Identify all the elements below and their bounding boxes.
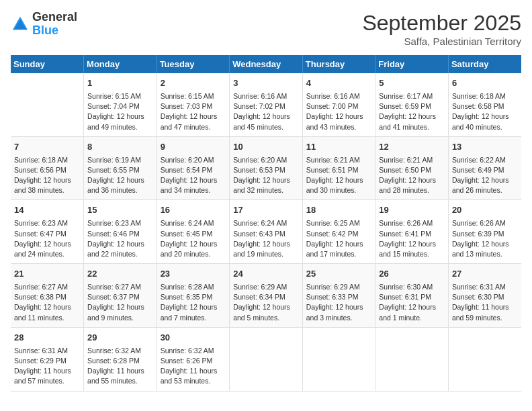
day-info: Sunrise: 6:15 AMSunset: 7:03 PMDaylight:… xyxy=(161,91,226,132)
day-number: 7 xyxy=(14,141,80,154)
day-info: Sunrise: 6:27 AMSunset: 6:38 PMDaylight:… xyxy=(14,282,80,323)
calendar-cell: 7Sunrise: 6:18 AMSunset: 6:56 PMDaylight… xyxy=(11,136,84,200)
day-info: Sunrise: 6:29 AMSunset: 6:33 PMDaylight:… xyxy=(306,282,372,323)
calendar-cell: 12Sunrise: 6:21 AMSunset: 6:50 PMDayligh… xyxy=(375,136,449,200)
day-info: Sunrise: 6:21 AMSunset: 6:50 PMDaylight:… xyxy=(379,155,445,196)
location: Saffa, Palestinian Territory xyxy=(362,36,521,47)
calendar-body: 1Sunrise: 6:15 AMSunset: 7:04 PMDaylight… xyxy=(11,73,521,391)
title-block: September 2025 Saffa, Palestinian Territ… xyxy=(362,11,521,47)
logo: General Blue xyxy=(11,11,77,38)
day-info: Sunrise: 6:30 AMSunset: 6:31 PMDaylight:… xyxy=(379,282,445,323)
day-info: Sunrise: 6:24 AMSunset: 6:43 PMDaylight:… xyxy=(233,218,299,259)
day-info: Sunrise: 6:20 AMSunset: 6:53 PMDaylight:… xyxy=(233,155,299,196)
day-info: Sunrise: 6:18 AMSunset: 6:56 PMDaylight:… xyxy=(14,155,80,196)
day-number: 6 xyxy=(452,77,518,90)
calendar-cell: 16Sunrise: 6:24 AMSunset: 6:45 PMDayligh… xyxy=(157,200,230,264)
day-number: 22 xyxy=(87,268,153,281)
calendar-cell: 9Sunrise: 6:20 AMSunset: 6:54 PMDaylight… xyxy=(157,136,230,200)
day-header-thursday: Thursday xyxy=(302,55,375,73)
day-header-friday: Friday xyxy=(375,55,449,73)
day-number: 19 xyxy=(379,204,445,217)
day-header-sunday: Sunday xyxy=(11,55,84,73)
day-number: 10 xyxy=(233,141,299,154)
calendar-week-2: 7Sunrise: 6:18 AMSunset: 6:56 PMDaylight… xyxy=(11,136,521,200)
calendar-cell: 20Sunrise: 6:26 AMSunset: 6:39 PMDayligh… xyxy=(448,200,521,264)
day-number: 17 xyxy=(233,204,299,217)
day-info: Sunrise: 6:19 AMSunset: 6:55 PMDaylight:… xyxy=(87,155,153,196)
calendar-cell: 1Sunrise: 6:15 AMSunset: 7:04 PMDaylight… xyxy=(84,73,157,136)
day-number: 8 xyxy=(87,141,153,154)
day-number: 16 xyxy=(161,204,226,217)
calendar-cell: 17Sunrise: 6:24 AMSunset: 6:43 PMDayligh… xyxy=(230,200,303,264)
day-info: Sunrise: 6:32 AMSunset: 6:26 PMDaylight:… xyxy=(161,346,226,387)
day-number: 13 xyxy=(452,141,518,154)
day-info: Sunrise: 6:31 AMSunset: 6:29 PMDaylight:… xyxy=(14,346,80,387)
calendar-cell: 28Sunrise: 6:31 AMSunset: 6:29 PMDayligh… xyxy=(11,327,84,391)
calendar-cell: 11Sunrise: 6:21 AMSunset: 6:51 PMDayligh… xyxy=(302,136,375,200)
calendar-cell: 22Sunrise: 6:27 AMSunset: 6:37 PMDayligh… xyxy=(84,264,157,328)
calendar-cell xyxy=(230,327,303,391)
day-number: 5 xyxy=(379,77,445,90)
day-info: Sunrise: 6:21 AMSunset: 6:51 PMDaylight:… xyxy=(306,155,372,196)
day-number: 24 xyxy=(233,268,299,281)
calendar-cell: 6Sunrise: 6:18 AMSunset: 6:58 PMDaylight… xyxy=(448,73,521,136)
day-info: Sunrise: 6:26 AMSunset: 6:41 PMDaylight:… xyxy=(379,218,445,259)
day-info: Sunrise: 6:17 AMSunset: 6:59 PMDaylight:… xyxy=(379,91,445,132)
calendar-cell: 30Sunrise: 6:32 AMSunset: 6:26 PMDayligh… xyxy=(157,327,230,391)
day-header-saturday: Saturday xyxy=(448,55,521,73)
calendar-cell: 19Sunrise: 6:26 AMSunset: 6:41 PMDayligh… xyxy=(375,200,449,264)
day-number: 27 xyxy=(452,268,518,281)
day-header-monday: Monday xyxy=(84,55,157,73)
day-number: 2 xyxy=(161,77,226,90)
day-number: 15 xyxy=(87,204,153,217)
day-number: 30 xyxy=(161,332,226,345)
calendar-week-4: 21Sunrise: 6:27 AMSunset: 6:38 PMDayligh… xyxy=(11,264,521,328)
logo-blue-text: Blue xyxy=(32,24,77,38)
logo-icon xyxy=(11,15,30,34)
day-info: Sunrise: 6:24 AMSunset: 6:45 PMDaylight:… xyxy=(161,218,226,259)
calendar-cell xyxy=(375,327,449,391)
day-number: 18 xyxy=(306,204,372,217)
logo-general-text: General xyxy=(32,11,77,24)
calendar-cell: 10Sunrise: 6:20 AMSunset: 6:53 PMDayligh… xyxy=(230,136,303,200)
day-info: Sunrise: 6:16 AMSunset: 7:00 PMDaylight:… xyxy=(306,91,372,132)
day-number: 14 xyxy=(14,204,80,217)
calendar-cell: 24Sunrise: 6:29 AMSunset: 6:34 PMDayligh… xyxy=(230,264,303,328)
day-number: 4 xyxy=(306,77,372,90)
calendar-cell: 23Sunrise: 6:28 AMSunset: 6:35 PMDayligh… xyxy=(157,264,230,328)
calendar-cell xyxy=(448,327,521,391)
day-number: 11 xyxy=(306,141,372,154)
calendar-cell: 26Sunrise: 6:30 AMSunset: 6:31 PMDayligh… xyxy=(375,264,449,328)
day-number: 25 xyxy=(306,268,372,281)
day-number: 21 xyxy=(14,268,80,281)
calendar-cell: 2Sunrise: 6:15 AMSunset: 7:03 PMDaylight… xyxy=(157,73,230,136)
day-info: Sunrise: 6:16 AMSunset: 7:02 PMDaylight:… xyxy=(233,91,299,132)
calendar-week-1: 1Sunrise: 6:15 AMSunset: 7:04 PMDaylight… xyxy=(11,73,521,136)
day-info: Sunrise: 6:32 AMSunset: 6:28 PMDaylight:… xyxy=(87,346,153,387)
calendar-cell: 14Sunrise: 6:23 AMSunset: 6:47 PMDayligh… xyxy=(11,200,84,264)
day-number: 23 xyxy=(161,268,226,281)
header: General Blue September 2025 Saffa, Pales… xyxy=(11,11,521,47)
day-number: 9 xyxy=(161,141,226,154)
month-title: September 2025 xyxy=(362,11,521,36)
day-number: 12 xyxy=(379,141,445,154)
day-info: Sunrise: 6:23 AMSunset: 6:46 PMDaylight:… xyxy=(87,218,153,259)
calendar-week-5: 28Sunrise: 6:31 AMSunset: 6:29 PMDayligh… xyxy=(11,327,521,391)
day-info: Sunrise: 6:15 AMSunset: 7:04 PMDaylight:… xyxy=(87,91,153,132)
day-info: Sunrise: 6:18 AMSunset: 6:58 PMDaylight:… xyxy=(452,91,518,132)
day-info: Sunrise: 6:29 AMSunset: 6:34 PMDaylight:… xyxy=(233,282,299,323)
calendar-cell xyxy=(302,327,375,391)
day-info: Sunrise: 6:23 AMSunset: 6:47 PMDaylight:… xyxy=(14,218,80,259)
day-info: Sunrise: 6:25 AMSunset: 6:42 PMDaylight:… xyxy=(306,218,372,259)
day-info: Sunrise: 6:28 AMSunset: 6:35 PMDaylight:… xyxy=(161,282,226,323)
calendar-cell: 5Sunrise: 6:17 AMSunset: 6:59 PMDaylight… xyxy=(375,73,449,136)
calendar-cell: 18Sunrise: 6:25 AMSunset: 6:42 PMDayligh… xyxy=(302,200,375,264)
calendar-cell: 3Sunrise: 6:16 AMSunset: 7:02 PMDaylight… xyxy=(230,73,303,136)
calendar-header-row: SundayMondayTuesdayWednesdayThursdayFrid… xyxy=(11,55,521,73)
calendar-cell: 13Sunrise: 6:22 AMSunset: 6:49 PMDayligh… xyxy=(448,136,521,200)
day-number: 20 xyxy=(452,204,518,217)
day-header-wednesday: Wednesday xyxy=(230,55,303,73)
calendar-cell: 25Sunrise: 6:29 AMSunset: 6:33 PMDayligh… xyxy=(302,264,375,328)
day-number: 29 xyxy=(87,332,153,345)
calendar-cell: 4Sunrise: 6:16 AMSunset: 7:00 PMDaylight… xyxy=(302,73,375,136)
